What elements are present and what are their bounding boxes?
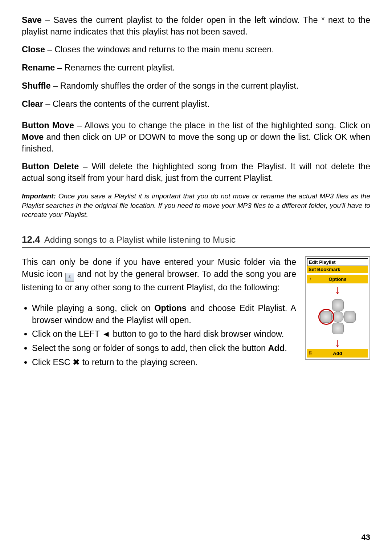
dpad-right [344, 311, 356, 323]
figure-menu-title: Edit Playlist [307, 258, 368, 266]
dpad-icon [316, 296, 359, 336]
music-note-icon: ♪ [309, 276, 312, 282]
def-close-term: Close [22, 45, 45, 54]
step1-bold: Options [154, 303, 187, 313]
dpad-down [332, 323, 344, 334]
dpad-up [332, 299, 344, 311]
page-number: 43 [362, 533, 370, 542]
important-label: Important: [22, 192, 56, 200]
step4: Click ESC ✖ to return to the playing scr… [32, 358, 197, 367]
def-clear: Clear – Clears the contents of the curre… [22, 98, 370, 110]
def-delete-term: Button Delete [22, 162, 79, 171]
def-button-move: Button Move – Allows you to change the p… [22, 120, 370, 154]
music-icon: ♫ [65, 273, 74, 282]
step3-b: . [285, 343, 287, 353]
important-note: Important: Once you save a Playlist it i… [22, 191, 370, 219]
def-rename-text: – Renames the current playlist. [55, 63, 175, 72]
def-save: Save – Saves the current playlist to the… [22, 15, 370, 37]
def-close-text: – Closes the windows and returns to the … [45, 45, 274, 54]
arrow-down-icon: ↓ [335, 339, 341, 347]
def-move-text-b: and then click on UP or DOWN to move the… [22, 132, 370, 153]
add-icon: ⎘ [309, 350, 312, 356]
list-item: Click ESC ✖ to return to the playing scr… [32, 356, 296, 368]
important-text: Once you save a Playlist it is important… [22, 192, 370, 218]
figure-menu-bookmark: Set Bookmark [307, 266, 368, 273]
dpad-left-highlight-ring [318, 309, 334, 325]
figure-add-button: ⎘ Add [307, 349, 368, 358]
step3-bold: Add [268, 343, 285, 353]
step1-a: While playing a song, click on [32, 303, 154, 313]
step2: Click on the LEFT ◄ button to go to the … [32, 329, 284, 339]
def-shuffle-text: – Randomly shuffles the order of the son… [51, 81, 299, 90]
def-clear-text: – Clears the contents of the current pla… [43, 99, 209, 109]
figure-options-button: ♪ Options [307, 275, 368, 283]
section-title: Adding songs to a Playlist while listeni… [44, 235, 236, 245]
arrow-down-icon: ↓ [335, 286, 341, 294]
figure-panel: Edit Playlist Set Bookmark ♪ Options ↓ ↓… [305, 256, 370, 360]
section-heading: 12.4 Adding songs to a Playlist while li… [22, 234, 370, 248]
figure-add-label: Add [333, 351, 342, 356]
def-move-bold-mid: Move [22, 132, 44, 142]
list-item: Select the song or folder of songs to ad… [32, 342, 296, 354]
def-move-term: Button Move [22, 121, 74, 130]
def-rename-term: Rename [22, 63, 55, 72]
def-button-delete: Button Delete – Will delete the highligh… [22, 161, 370, 184]
def-clear-term: Clear [22, 99, 43, 109]
def-shuffle-term: Shuffle [22, 81, 51, 90]
section-intro: This can only be done if you have entere… [22, 256, 296, 294]
figure-options-label: Options [328, 276, 346, 282]
def-shuffle: Shuffle – Randomly shuffles the order of… [22, 80, 370, 92]
steps-list: While playing a song, click on Options a… [22, 302, 296, 368]
def-rename: Rename – Renames the current playlist. [22, 62, 370, 74]
list-item: While playing a song, click on Options a… [32, 302, 296, 326]
list-item: Click on the LEFT ◄ button to go to the … [32, 328, 296, 340]
def-save-term: Save [22, 15, 42, 25]
def-close: Close – Closes the windows and returns t… [22, 44, 370, 56]
section-number: 12.4 [22, 234, 40, 245]
step3-a: Select the song or folder of songs to ad… [32, 343, 268, 353]
def-save-text: – Saves the current playlist to the fold… [22, 15, 370, 36]
def-move-text-a: – Allows you to change the place in the … [74, 121, 370, 130]
figure-menu: Edit Playlist Set Bookmark [307, 258, 368, 273]
